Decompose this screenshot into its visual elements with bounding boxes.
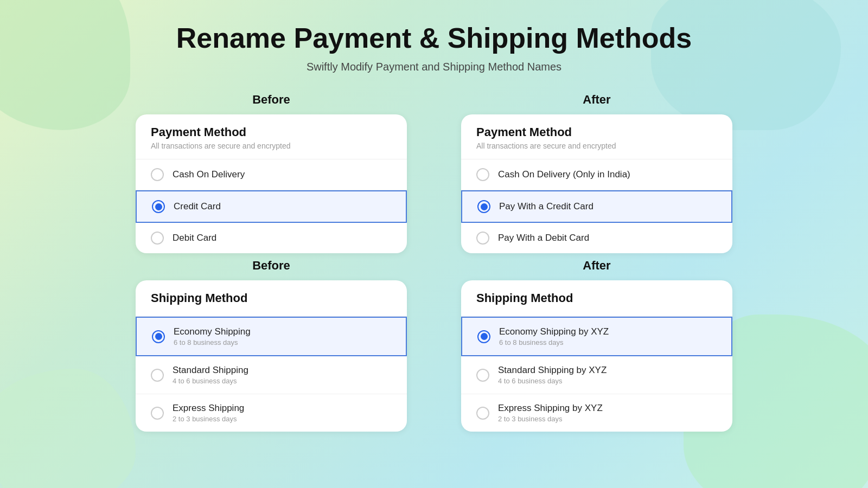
radio-unselected xyxy=(476,232,489,245)
payment-before-header: Payment Method All transactions are secu… xyxy=(136,114,407,159)
option-text-wrap: Economy Shipping 6 to 8 business days xyxy=(174,326,251,346)
radio-dot xyxy=(481,333,488,340)
radio-unselected xyxy=(151,407,164,420)
payment-after-option-2[interactable]: Pay With a Debit Card xyxy=(461,223,732,253)
radio-selected xyxy=(152,330,165,343)
payment-after-option-0[interactable]: Cash On Delivery (Only in India) xyxy=(461,159,732,190)
payment-after-option-1[interactable]: Pay With a Credit Card xyxy=(461,190,732,223)
option-label: Credit Card xyxy=(174,201,221,212)
option-text-wrap: Standard Shipping 4 to 6 business days xyxy=(173,365,248,385)
payment-before-option-2[interactable]: Debit Card xyxy=(136,223,407,253)
radio-selected xyxy=(477,330,490,343)
option-sub: 6 to 8 business days xyxy=(499,338,609,346)
option-text-wrap: Economy Shipping by XYZ 6 to 8 business … xyxy=(499,326,609,346)
shipping-after-option-2[interactable]: Express Shipping by XYZ 2 to 3 business … xyxy=(461,394,732,432)
option-label: Debit Card xyxy=(173,233,216,243)
shipping-after-option-0[interactable]: Economy Shipping by XYZ 6 to 8 business … xyxy=(461,317,732,356)
payment-after-header: Payment Method All transactions are secu… xyxy=(461,114,732,159)
shipping-after-header: Shipping Method xyxy=(461,280,732,317)
shipping-before-option-2[interactable]: Express Shipping 2 to 3 business days xyxy=(136,394,407,432)
after-label-2: After xyxy=(583,259,610,273)
payment-before-subtitle: All transactions are secure and encrypte… xyxy=(151,142,392,150)
radio-unselected xyxy=(476,407,489,420)
radio-dot xyxy=(481,203,488,210)
option-label: Economy Shipping xyxy=(174,326,251,337)
radio-unselected xyxy=(151,369,164,382)
shipping-before-col: Before Shipping Method Economy Shipping … xyxy=(136,259,407,432)
payment-after-card: Payment Method All transactions are secu… xyxy=(461,114,732,253)
page-title: Rename Payment & Shipping Methods xyxy=(176,22,692,54)
radio-selected xyxy=(477,200,490,213)
option-label: Pay With a Credit Card xyxy=(499,201,593,212)
after-label-1: After xyxy=(583,93,610,107)
payment-before-col: Before Payment Method All transactions a… xyxy=(136,93,407,253)
option-text-wrap: Express Shipping by XYZ 2 to 3 business … xyxy=(498,403,603,423)
shipping-before-option-0[interactable]: Economy Shipping 6 to 8 business days xyxy=(136,317,407,356)
option-label: Express Shipping by XYZ xyxy=(498,403,603,414)
option-label: Cash On Delivery (Only in India) xyxy=(498,169,630,180)
option-text-wrap: Express Shipping 2 to 3 business days xyxy=(173,403,244,423)
page-subtitle: Swiftly Modify Payment and Shipping Meth… xyxy=(307,61,561,73)
option-label: Express Shipping xyxy=(173,403,244,414)
option-label: Pay With a Debit Card xyxy=(498,233,589,243)
payment-after-title: Payment Method xyxy=(476,125,717,139)
shipping-before-option-1[interactable]: Standard Shipping 4 to 6 business days xyxy=(136,356,407,394)
before-label-2: Before xyxy=(252,259,290,273)
radio-unselected xyxy=(476,168,489,181)
option-text-wrap: Standard Shipping by XYZ 4 to 6 business… xyxy=(498,365,607,385)
radio-dot xyxy=(155,333,162,340)
payment-before-title: Payment Method xyxy=(151,125,392,139)
shipping-before-title: Shipping Method xyxy=(151,291,392,305)
option-label: Standard Shipping xyxy=(173,365,248,376)
option-sub: 2 to 3 business days xyxy=(498,415,603,423)
radio-unselected xyxy=(151,232,164,245)
radio-selected xyxy=(152,200,165,213)
payment-before-option-0[interactable]: Cash On Delivery xyxy=(136,159,407,190)
before-label-1: Before xyxy=(252,93,290,107)
shipping-before-card: Shipping Method Economy Shipping 6 to 8 … xyxy=(136,280,407,432)
shipping-after-card: Shipping Method Economy Shipping by XYZ … xyxy=(461,280,732,432)
radio-unselected xyxy=(151,168,164,181)
shipping-after-col: After Shipping Method Economy Shipping b… xyxy=(461,259,732,432)
option-sub: 4 to 6 business days xyxy=(498,377,607,385)
option-label: Economy Shipping by XYZ xyxy=(499,326,609,337)
payment-before-option-1[interactable]: Credit Card xyxy=(136,190,407,223)
payment-after-subtitle: All transactions are secure and encrypte… xyxy=(476,142,717,150)
option-sub: 4 to 6 business days xyxy=(173,377,248,385)
option-sub: 2 to 3 business days xyxy=(173,415,244,423)
option-sub: 6 to 8 business days xyxy=(174,338,251,346)
option-label: Standard Shipping by XYZ xyxy=(498,365,607,376)
radio-dot xyxy=(155,203,162,210)
payment-after-col: After Payment Method All transactions ar… xyxy=(461,93,732,253)
shipping-after-title: Shipping Method xyxy=(476,291,717,305)
radio-unselected xyxy=(476,369,489,382)
shipping-after-option-1[interactable]: Standard Shipping by XYZ 4 to 6 business… xyxy=(461,356,732,394)
shipping-before-header: Shipping Method xyxy=(136,280,407,317)
payment-before-card: Payment Method All transactions are secu… xyxy=(136,114,407,253)
option-label: Cash On Delivery xyxy=(173,169,245,180)
